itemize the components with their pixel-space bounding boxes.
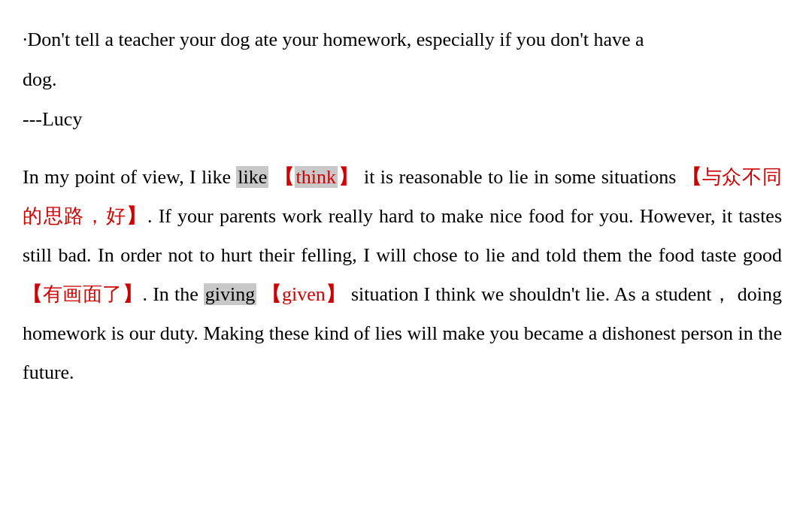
main-part2: it is reasonable to lie in some situatio… bbox=[359, 166, 682, 188]
annotation3-close: 】 bbox=[326, 283, 346, 305]
main-paragraph: In my point of view, I like like 【think】… bbox=[23, 158, 782, 392]
annotation2-content: 有画面了 bbox=[43, 283, 123, 305]
main-part1: In my point of view, I like bbox=[23, 166, 236, 188]
main-content: ·Don't tell a teacher your dog ate your … bbox=[23, 23, 782, 392]
annotation2-close: 】 bbox=[123, 283, 143, 305]
main-part4: . In the bbox=[143, 283, 204, 305]
think-close-bracket: 】 bbox=[338, 166, 359, 188]
annotation2-open: 【 bbox=[23, 283, 43, 305]
attribution-line: ---Lucy bbox=[23, 102, 782, 138]
quote-line1: ·Don't tell a teacher your dog ate your … bbox=[23, 23, 782, 58]
given-text: given bbox=[282, 283, 326, 305]
annotation1-close: 】 bbox=[126, 205, 147, 227]
quote-line2: dog. bbox=[23, 62, 782, 98]
like-highlighted: like bbox=[236, 166, 268, 188]
annotation1-open: 【 bbox=[682, 166, 702, 188]
annotation3-open: 【 bbox=[262, 283, 282, 305]
attribution-text: ---Lucy bbox=[23, 108, 82, 130]
quote-text-line2: dog. bbox=[23, 68, 57, 90]
think-open-bracket: 【 bbox=[274, 166, 295, 188]
quote-text-line1: ·Don't tell a teacher your dog ate your … bbox=[23, 29, 644, 50]
giving-highlighted: giving bbox=[204, 283, 256, 305]
think-text: think bbox=[295, 166, 338, 188]
